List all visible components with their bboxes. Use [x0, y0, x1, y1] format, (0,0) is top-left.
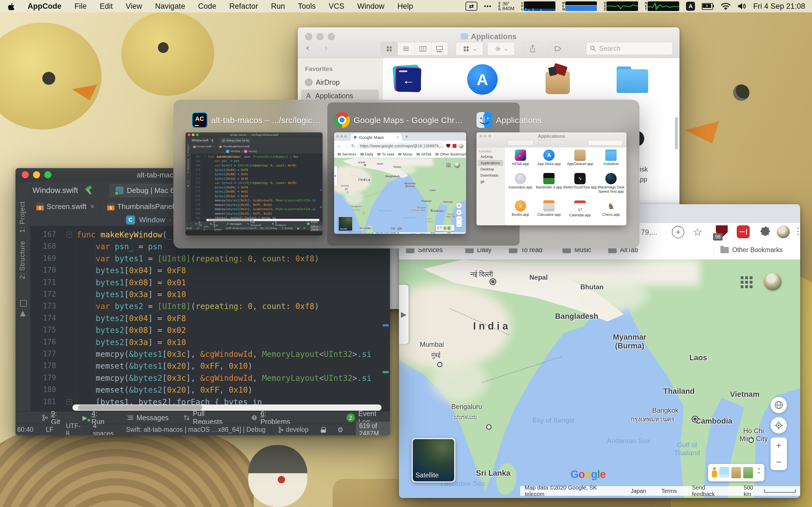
- map-viewport[interactable]: नई दिल्लीNepalBhutanBangladeshIndiaMumba…: [334, 158, 466, 234]
- imagery-thumb-sky[interactable]: [440, 226, 443, 230]
- omnibox-url-tail[interactable]: 79,...: [641, 228, 657, 237]
- status-git-branch[interactable]: develop: [278, 426, 309, 434]
- mini-sidebar-downloads[interactable]: Downloads: [477, 172, 503, 178]
- breadcrumb-window[interactable]: Window: [231, 150, 240, 153]
- zoom-in-button[interactable]: +: [770, 438, 787, 453]
- build-hammer-icon[interactable]: [211, 139, 214, 142]
- attribution-region[interactable]: Japan: [410, 233, 415, 234]
- istat-mem[interactable]: MEM: [562, 1, 597, 11]
- mini-bookmark[interactable]: AltTab: [416, 152, 432, 156]
- editor-tab-thumbnailspanel-swift[interactable]: SThumbnailsPanel.swift: [217, 144, 252, 149]
- tool-strip-structure[interactable]: 2: Structure: [187, 159, 190, 173]
- toolwindow-pull-requests[interactable]: Pull Requests: [247, 221, 266, 227]
- imagery-thumb-green[interactable]: [448, 226, 451, 230]
- status-line-endings[interactable]: LF: [197, 227, 199, 230]
- zoom-out-button[interactable]: −: [456, 222, 462, 227]
- menu-window[interactable]: Window: [357, 2, 384, 11]
- tool-strip-project[interactable]: 1: Project: [18, 202, 26, 233]
- app-icon-alttab[interactable]: ←: [391, 64, 424, 95]
- apple-menu-icon[interactable]: [8, 2, 15, 10]
- chrome-profile-avatar[interactable]: [777, 225, 790, 238]
- mini-sidebar-desktop[interactable]: Desktop: [477, 166, 503, 172]
- finder-tag-button[interactable]: [549, 42, 567, 55]
- lock-icon[interactable]: [321, 427, 325, 433]
- istat-sensors[interactable]: SEN36°840M: [499, 1, 514, 11]
- appcode-editor[interactable]: 167func makeKeyWindow(_ psn: ProcessSeri…: [191, 154, 322, 221]
- alttab-thumb-finder[interactable]: ApplicationsFavoritesAirDropApplications…: [476, 132, 626, 225]
- app-icon-appcleaner[interactable]: [542, 64, 573, 95]
- toolwindow-pull-requests[interactable]: Pull Requests: [183, 409, 236, 426]
- breadcrumb-focus[interactable]: focus(): [249, 150, 257, 153]
- settings-gear-icon[interactable]: ⚙: [303, 227, 306, 230]
- status-git-branch[interactable]: develop: [282, 227, 293, 230]
- mini-app-calendar-app[interactable]: 17Calendar.app: [563, 200, 597, 223]
- mini-sidebar-git[interactable]: git: [477, 179, 503, 184]
- attribution-feedback[interactable]: Send feedback: [692, 485, 728, 497]
- menu-vcs[interactable]: VCS: [329, 2, 345, 11]
- collapse-chevrons-icon[interactable]: ⌃ ⌃: [756, 469, 762, 476]
- editor-hscrollbar[interactable]: [206, 219, 319, 221]
- strip-icon-2[interactable]: [20, 311, 26, 316]
- fold-marker[interactable]: −: [66, 399, 72, 405]
- ublock-extension-icon[interactable]: 98: [716, 225, 728, 238]
- status-encoding[interactable]: UTF-8: [66, 422, 80, 436]
- mini-app-bettertouchtool-app[interactable]: ∿BetterTouchTool.app: [563, 173, 597, 200]
- status-memory-indicator[interactable]: 619 of 2487M: [310, 225, 322, 231]
- istat-cpu[interactable]: CPU: [521, 1, 555, 11]
- attribution-terms[interactable]: Terms: [661, 488, 677, 494]
- alt-tab-switcher[interactable]: ACalt-tab-macos – .../src/logic…Google M…: [173, 100, 640, 248]
- google-apps-grid-icon[interactable]: [447, 163, 451, 167]
- build-hammer-icon[interactable]: [84, 186, 94, 195]
- editor-tab-screen-swift[interactable]: SScreen.swift×: [30, 199, 101, 214]
- lock-icon[interactable]: [297, 227, 299, 229]
- fold-marker[interactable]: −: [204, 156, 206, 158]
- explore-globe-button[interactable]: [456, 203, 462, 209]
- wifi-icon[interactable]: [721, 3, 730, 10]
- menu-run[interactable]: Run: [271, 2, 285, 11]
- finder-group-button[interactable]: ⌄: [456, 42, 483, 55]
- menu-help[interactable]: Help: [397, 2, 413, 11]
- appcode-app-icon[interactable]: AC: [192, 112, 207, 128]
- satellite-toggle[interactable]: Satellite: [412, 438, 455, 483]
- zoom-in-button[interactable]: +: [456, 216, 462, 222]
- mini-bookmark[interactable]: Services: [338, 152, 356, 156]
- mini-other-bookmarks[interactable]: Other Bookmarks: [435, 152, 466, 156]
- volume-icon[interactable]: [737, 3, 746, 10]
- map-marker-3[interactable]: [486, 425, 492, 430]
- status-encoding[interactable]: UTF-8: [204, 225, 209, 231]
- collapse-chevrons-icon[interactable]: ⌃ ⌃: [452, 226, 453, 229]
- battery-icon[interactable]: [702, 3, 714, 9]
- google-apps-grid-icon[interactable]: [741, 276, 753, 288]
- menu-view[interactable]: View: [126, 2, 142, 11]
- finder-share-button[interactable]: [523, 42, 542, 55]
- zoom-plus-icon[interactable]: +: [672, 226, 684, 238]
- mini-app-books-app[interactable]: ∨Books.app: [506, 200, 535, 223]
- map-account-avatar[interactable]: [454, 162, 460, 168]
- menu-code[interactable]: Code: [198, 2, 216, 11]
- menu-edit[interactable]: Edit: [100, 2, 113, 11]
- mini-omnibox[interactable]: https://www.google.com/maps/@18.1268979,…: [357, 143, 444, 149]
- map-marker-3[interactable]: [363, 212, 364, 214]
- mini-sidebar-airdrop[interactable]: AirDrop: [477, 154, 503, 160]
- imagery-thumb-terrain[interactable]: [444, 226, 447, 230]
- status-memory-indicator[interactable]: 619 of 2487M: [356, 421, 390, 436]
- mini-app-alttab-app[interactable]: ←AltTab.app: [506, 150, 535, 172]
- other-bookmarks-button[interactable]: Other Bookmarks: [720, 246, 783, 254]
- traffic-light-minimize[interactable]: [192, 133, 195, 136]
- finder-view-gallery-button[interactable]: [432, 42, 448, 55]
- toolwindow--run[interactable]: ▶4: Run: [210, 221, 221, 227]
- mini-app-autodesk[interactable]: Autodesk: [597, 150, 625, 172]
- finder-forward-button[interactable]: ›: [324, 42, 327, 53]
- editor-tab-screen-swift[interactable]: SScreen.swift×: [191, 144, 217, 149]
- map-marker-4[interactable]: [692, 416, 698, 422]
- settings-gear-icon[interactable]: ⚙: [337, 426, 343, 434]
- my-location-button[interactable]: [456, 210, 462, 215]
- finder-scrollbar[interactable]: [675, 117, 678, 150]
- attribution-feedback[interactable]: Send feedback: [430, 232, 443, 234]
- map-marker-2[interactable]: [347, 191, 349, 193]
- map-side-panel-handle[interactable]: ▶: [399, 285, 409, 344]
- mini-app-bartender-3-app[interactable]: Bartender 3.app: [535, 173, 564, 200]
- mini-new-tab-button[interactable]: +: [405, 134, 408, 140]
- map-marker-5[interactable]: [749, 438, 754, 443]
- my-location-button[interactable]: [770, 417, 787, 434]
